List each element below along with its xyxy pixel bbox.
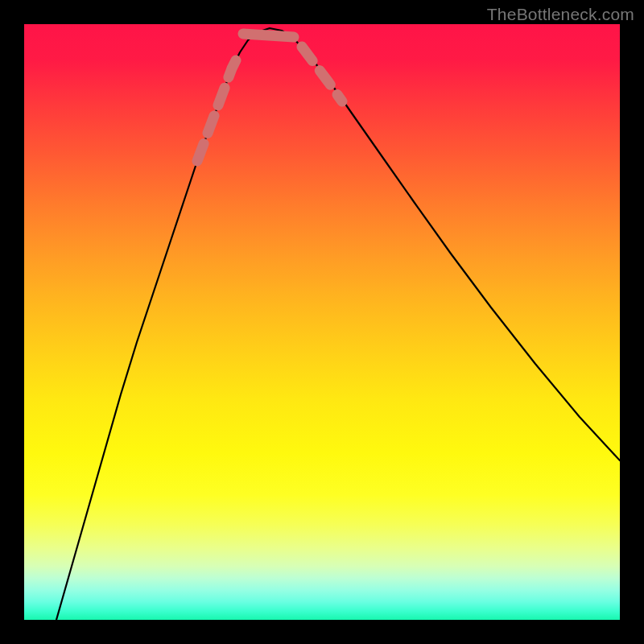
series-highlight-right bbox=[302, 47, 342, 101]
chart-frame: TheBottleneck.com bbox=[0, 0, 644, 644]
curve-layer bbox=[24, 24, 620, 620]
series-bottleneck-curve bbox=[56, 28, 620, 620]
watermark-text: TheBottleneck.com bbox=[487, 5, 634, 24]
series-highlight-left bbox=[197, 52, 240, 161]
series-highlight-bottom bbox=[243, 34, 294, 37]
plot-area bbox=[24, 24, 620, 620]
